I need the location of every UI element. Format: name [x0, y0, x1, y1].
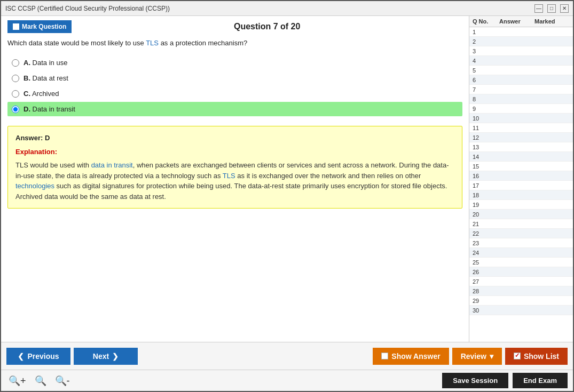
answer-line: Answer: D	[15, 133, 454, 143]
q-number: 21	[473, 221, 499, 227]
col-answer: Answer	[499, 18, 534, 25]
review-arrow-icon: ▾	[490, 352, 493, 361]
table-row[interactable]: 28	[469, 286, 573, 296]
table-row[interactable]: 22	[469, 229, 573, 238]
table-row[interactable]: 6	[469, 75, 573, 85]
minimize-button[interactable]: —	[534, 4, 543, 13]
title-bar: ISC CCSP (Certified Cloud Security Profe…	[1, 1, 573, 16]
show-answer-checkbox-icon	[381, 353, 388, 359]
review-label: Review	[461, 352, 486, 361]
review-button[interactable]: Review ▾	[452, 348, 502, 365]
table-row[interactable]: 17	[469, 181, 573, 190]
show-answer-label: Show Answer	[391, 352, 440, 361]
table-row[interactable]: 26	[469, 267, 573, 277]
q-number: 5	[473, 67, 499, 74]
tls-highlight: TLS	[146, 39, 159, 47]
answer-box: Answer: D Explanation: TLS would be used…	[7, 126, 462, 209]
end-exam-button[interactable]: End Exam	[513, 373, 568, 388]
mark-question-label: Mark Question	[22, 23, 66, 30]
option-c-radio[interactable]	[12, 90, 19, 98]
main-content: Mark Question Question 7 of 20 Which dat…	[1, 16, 573, 342]
question-list[interactable]: 1234567891011121314151617181920212223242…	[469, 27, 573, 342]
q-number: 22	[473, 230, 499, 237]
bottom-toolbar: Previous Next Show Answer Review ▾ Show …	[1, 342, 573, 370]
previous-button[interactable]: Previous	[6, 348, 70, 365]
explanation-text: TLS would be used with data in transit, …	[15, 160, 454, 202]
table-row[interactable]: 25	[469, 258, 573, 267]
option-b-radio[interactable]	[12, 75, 19, 82]
table-row[interactable]: 7	[469, 85, 573, 94]
option-a-radio[interactable]	[12, 59, 19, 67]
option-d[interactable]: D. Data in transit	[7, 102, 462, 116]
table-row[interactable]: 11	[469, 123, 573, 133]
col-qno: Q No.	[473, 18, 499, 25]
explanation-title: Explanation:	[15, 147, 454, 157]
q-number: 4	[473, 58, 499, 64]
table-row[interactable]: 21	[469, 219, 573, 229]
q-number: 9	[473, 106, 499, 112]
table-row[interactable]: 19	[469, 200, 573, 210]
q-number: 13	[473, 144, 499, 150]
q-number: 10	[473, 115, 499, 122]
previous-label: Previous	[27, 352, 59, 361]
q-number: 23	[473, 240, 499, 246]
zoom-in-button[interactable]: 🔍+	[6, 374, 28, 388]
table-row[interactable]: 8	[469, 94, 573, 104]
q-number: 3	[473, 48, 499, 54]
zoom-out-button[interactable]: 🔍-	[53, 374, 72, 388]
table-row[interactable]: 4	[469, 56, 573, 66]
next-button[interactable]: Next	[74, 348, 138, 365]
prev-arrow-icon	[18, 352, 24, 361]
table-row[interactable]: 14	[469, 152, 573, 162]
table-row[interactable]: 10	[469, 114, 573, 123]
q-number: 15	[473, 163, 499, 170]
q-number: 7	[473, 86, 499, 93]
option-c[interactable]: C. Archived	[7, 86, 462, 101]
table-row[interactable]: 16	[469, 171, 573, 181]
mark-checkbox-icon	[13, 23, 19, 30]
bottom-toolbar2: 🔍+ 🔍 🔍- Save Session End Exam	[1, 370, 573, 391]
app-window: ISC CCSP (Certified Cloud Security Profe…	[0, 0, 574, 392]
table-row[interactable]: 13	[469, 142, 573, 152]
header-row: Mark Question Question 7 of 20	[7, 20, 462, 33]
table-row[interactable]: 5	[469, 66, 573, 75]
show-answer-button[interactable]: Show Answer	[373, 348, 449, 365]
zoom-normal-button[interactable]: 🔍	[33, 374, 49, 388]
q-number: 24	[473, 250, 499, 256]
show-list-button[interactable]: Show List	[505, 348, 568, 365]
data-in-transit-link: data in transit	[91, 161, 133, 169]
table-row[interactable]: 29	[469, 296, 573, 306]
question-text: Which data state would be most likely to…	[7, 38, 462, 48]
save-session-button[interactable]: Save Session	[442, 373, 508, 388]
q-number: 26	[473, 269, 499, 275]
option-b[interactable]: B. Data at rest	[7, 71, 462, 85]
table-row[interactable]: 12	[469, 133, 573, 142]
table-row[interactable]: 30	[469, 306, 573, 315]
options-list: A. Data in use B. Data at rest C. Archiv…	[7, 55, 462, 117]
show-list-label: Show List	[524, 352, 559, 361]
option-d-radio[interactable]	[12, 106, 19, 113]
table-row[interactable]: 3	[469, 46, 573, 56]
table-row[interactable]: 1	[469, 27, 573, 37]
option-a[interactable]: A. Data in use	[7, 55, 462, 70]
q-number: 6	[473, 77, 499, 83]
show-list-checkbox-icon	[514, 353, 521, 359]
table-row[interactable]: 24	[469, 248, 573, 258]
mark-question-button[interactable]: Mark Question	[7, 20, 72, 33]
question-title: Question 7 of 20	[72, 22, 462, 31]
table-row[interactable]: 23	[469, 238, 573, 248]
table-row[interactable]: 27	[469, 277, 573, 286]
q-number: 19	[473, 202, 499, 208]
table-row[interactable]: 9	[469, 104, 573, 114]
table-row[interactable]: 2	[469, 37, 573, 46]
q-number: 30	[473, 307, 499, 314]
option-a-label: A. Data in use	[23, 59, 67, 67]
window-controls: — □ ✕	[534, 4, 569, 13]
close-button[interactable]: ✕	[560, 4, 569, 13]
q-number: 20	[473, 211, 499, 218]
table-row[interactable]: 18	[469, 190, 573, 200]
next-label: Next	[93, 352, 109, 361]
table-row[interactable]: 15	[469, 162, 573, 171]
maximize-button[interactable]: □	[547, 4, 556, 13]
table-row[interactable]: 20	[469, 210, 573, 219]
